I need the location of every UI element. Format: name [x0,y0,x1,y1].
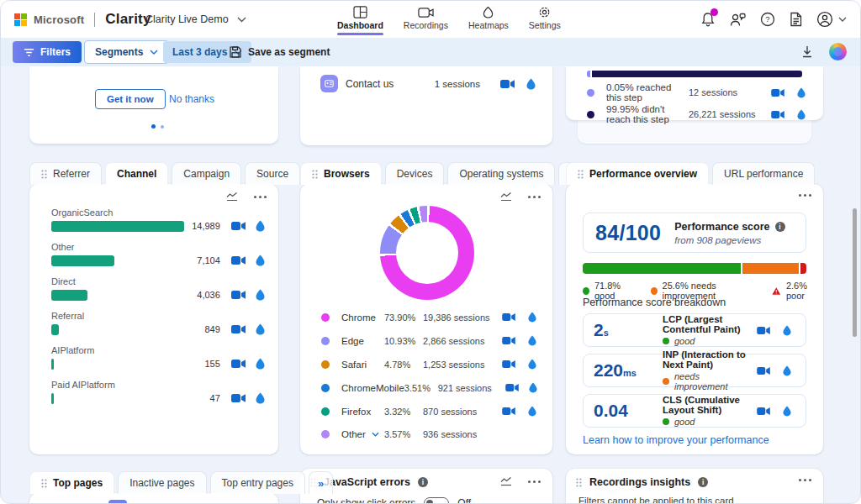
drag-grip-icon[interactable] [312,170,318,179]
metric-row-cls: 0.04 CLS (Cumulative Layout Shift) good [583,394,806,428]
info-icon[interactable]: i [418,477,428,487]
account-menu[interactable] [816,11,847,28]
project-selector[interactable]: Clarity Live Demo [145,1,246,38]
copilot-button[interactable] [829,43,847,60]
tab-recordings[interactable]: Recordings [402,7,450,35]
more-tabs-button[interactable]: » [309,471,333,494]
metric-row-lcp: 2s LCP (Largest Contentful Paint) good [583,313,806,347]
tab-source[interactable]: Source [245,162,300,185]
video-camera-filled-icon [771,110,784,119]
tab-channel[interactable]: Channel [105,162,168,185]
metric-unit: s [604,328,609,338]
play-recordings-button[interactable] [500,360,517,369]
tab-settings[interactable]: Settings [527,6,563,35]
tab-browsers[interactable]: Browsers [300,162,382,185]
click-errors-toggle[interactable] [424,497,449,504]
view-heatmap-button[interactable] [779,406,795,417]
tab-dashboard[interactable]: Dashboard [335,6,385,35]
tab-top-pages[interactable]: Top pages [29,471,114,494]
play-recordings-button[interactable] [500,336,517,345]
project-name: Clarity Live Demo [145,13,229,25]
play-recordings-button[interactable] [500,312,517,322]
get-it-now-button[interactable]: Get it now [95,89,166,109]
carousel-dots[interactable] [151,124,164,129]
tab-performance-overview[interactable]: Performance overview [566,162,709,185]
release-notes-button[interactable] [790,12,802,27]
play-recordings-button[interactable] [504,383,519,392]
channel-bar-value: 47 [184,393,220,403]
more-options-button[interactable] [526,478,542,486]
view-heatmap-button[interactable] [793,109,810,120]
view-heatmap-button[interactable] [779,365,795,376]
page-scrollbar-thumb[interactable] [853,208,857,337]
view-heatmap-button[interactable] [252,392,268,404]
notifications-button[interactable] [700,12,716,27]
play-recordings-button[interactable] [230,290,246,300]
view-heatmap-button[interactable] [524,312,541,323]
tab-top-entry-pages[interactable]: Top entry pages [210,471,305,494]
play-recordings-button[interactable] [230,255,246,265]
view-heatmap-button[interactable] [522,78,539,90]
funnel-legend-label: 0.05% reached this step [606,82,689,102]
info-icon[interactable]: i [775,222,785,232]
more-options-button[interactable] [252,193,268,201]
drag-grip-icon[interactable] [578,170,584,179]
tab-operating-systems[interactable]: Operating systems [447,162,555,185]
no-thanks-link[interactable]: No thanks [169,93,214,105]
view-heatmap-button[interactable] [526,382,541,393]
view-heatmap-button[interactable] [793,87,810,98]
view-heatmap-button[interactable] [252,358,268,370]
segments-dropdown[interactable]: Segments [84,40,169,64]
view-heatmap-button[interactable] [524,359,541,370]
chart-type-toggle-icon[interactable] [499,192,513,202]
perf-bar-segment [742,263,799,274]
poor-warning-icon [772,286,781,296]
tab-devices[interactable]: Devices [385,162,445,185]
chart-type-toggle-icon[interactable] [499,476,513,486]
play-recordings-button[interactable] [769,110,786,119]
view-heatmap-button[interactable] [252,289,268,301]
play-recordings-button[interactable] [755,326,772,335]
perf-bar-segment [800,263,806,274]
tab-url-performance[interactable]: URL performance [712,162,815,185]
chart-type-toggle-icon[interactable] [225,192,239,202]
channel-bar-value: 4,036 [184,290,220,300]
drag-grip-icon[interactable] [41,170,47,179]
download-button[interactable] [801,45,813,61]
funnel-legend-row: 0.05% reached this step 12 sessions [587,82,810,102]
info-icon[interactable]: i [698,477,708,487]
play-recordings-button[interactable] [755,407,772,416]
other-browsers-expander[interactable]: Other [341,429,384,439]
improve-performance-link[interactable]: Learn how to improve your performance [583,434,769,446]
play-recordings-button[interactable] [499,79,515,89]
filters-button[interactable]: Filters [13,41,82,63]
funnel-legend-sessions: 26,221 sessions [689,109,769,119]
tab-campaign[interactable]: Campaign [172,162,241,185]
view-heatmap-button[interactable] [524,406,541,417]
view-heatmap-button[interactable] [252,220,268,232]
metric-status-dot [663,418,669,425]
play-recordings-button[interactable] [755,366,772,375]
tab-inactive-pages[interactable]: Inactive pages [118,471,206,494]
more-options-button[interactable] [797,192,813,199]
view-heatmap-button[interactable] [524,335,541,346]
feedback-button[interactable] [730,13,746,27]
play-recordings-button[interactable] [769,88,786,97]
top-navigation: Microsoft Clarity Clarity Live Demo Dash… [1,1,860,38]
more-options-button[interactable] [797,476,813,484]
view-heatmap-button[interactable] [252,255,268,266]
play-recordings-button[interactable] [230,393,246,403]
more-options-button[interactable] [526,193,542,201]
save-as-segment-button[interactable]: Save as segment [230,41,330,63]
tab-heatmaps[interactable]: Heatmaps [467,6,510,35]
tab-referrer[interactable]: Referrer [29,162,102,185]
help-button[interactable]: ? [760,12,775,27]
play-recordings-button[interactable] [230,324,246,334]
play-recordings-button[interactable] [230,359,246,369]
drag-grip-icon[interactable] [41,479,47,488]
drag-grip-icon[interactable] [576,478,582,487]
view-heatmap-button[interactable] [779,325,795,336]
play-recordings-button[interactable] [230,221,246,231]
play-recordings-button[interactable] [500,407,517,416]
view-heatmap-button[interactable] [252,323,268,335]
